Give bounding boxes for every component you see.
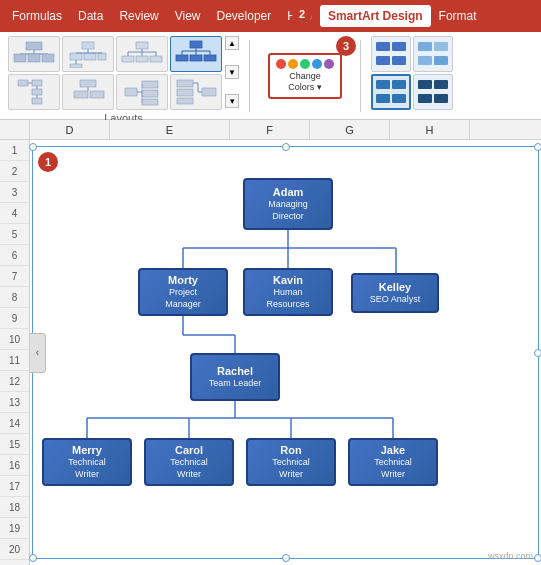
svg-rect-62 <box>418 56 432 65</box>
col-header-f[interactable]: F <box>230 120 310 139</box>
scroll-more-btn[interactable]: ▾ <box>225 94 239 108</box>
row-num-5: 5 <box>0 224 29 245</box>
layout-item-6[interactable] <box>62 74 114 110</box>
svg-rect-10 <box>98 53 106 60</box>
svg-rect-66 <box>376 94 390 103</box>
row-numbers: 1 2 3 4 5 6 7 8 9 10 11 12 13 14 15 16 1… <box>0 140 30 565</box>
svg-rect-64 <box>376 80 390 89</box>
svg-rect-49 <box>177 80 193 87</box>
svg-rect-42 <box>90 91 104 98</box>
watermark: wsxdn.com <box>488 551 533 561</box>
svg-rect-45 <box>142 81 158 88</box>
handle-br[interactable] <box>534 554 541 562</box>
svg-rect-0 <box>26 42 42 50</box>
row-num-15: 15 <box>0 434 29 455</box>
layout-item-7[interactable] <box>116 74 168 110</box>
change-colors-label: ChangeColors ▾ <box>288 71 322 93</box>
menu-data[interactable]: Data <box>70 5 111 27</box>
svg-rect-20 <box>122 56 134 62</box>
badge-smartart-design: 2 <box>292 4 312 24</box>
svg-rect-13 <box>70 64 82 68</box>
ribbon-divider-1 <box>249 40 250 112</box>
col-header-e[interactable]: E <box>110 120 230 139</box>
node-morty[interactable]: Morty Project Manager <box>138 268 228 316</box>
node-ron[interactable]: Ron Technical Writer <box>246 438 336 486</box>
row-num-1: 1 <box>0 140 29 161</box>
row-num-12: 12 <box>0 371 29 392</box>
node-merry[interactable]: Merry Technical Writer <box>42 438 132 486</box>
svg-rect-3 <box>14 54 26 62</box>
badge-change-colors: 3 <box>336 36 356 56</box>
menu-formulas[interactable]: Formulas <box>4 5 70 27</box>
svg-rect-43 <box>125 88 137 96</box>
layout-item-2[interactable] <box>62 36 114 72</box>
change-colors-button[interactable]: ChangeColors ▾ <box>268 53 342 99</box>
row-num-13: 13 <box>0 392 29 413</box>
svg-rect-29 <box>176 55 188 61</box>
row-num-7: 7 <box>0 266 29 287</box>
svg-rect-47 <box>142 99 158 105</box>
node-rachel[interactable]: Rachel Team Leader <box>190 353 280 401</box>
layout-item-3[interactable] <box>116 36 168 72</box>
layout-item-1[interactable] <box>8 36 60 72</box>
style-item-2[interactable] <box>413 36 453 72</box>
svg-rect-5 <box>42 54 54 62</box>
node-carol[interactable]: Carol Technical Writer <box>144 438 234 486</box>
change-colors-arrow: ▾ <box>317 82 322 92</box>
color-dot-blue <box>312 59 322 69</box>
svg-rect-23 <box>190 41 202 48</box>
row-num-20: 20 <box>0 539 29 560</box>
node-kavin[interactable]: Kavin Human Resources <box>243 268 333 316</box>
handle-mr[interactable] <box>534 349 541 357</box>
menu-format[interactable]: Format <box>431 5 485 27</box>
menu-bar: Formulas Data Review View Developer Help… <box>0 0 541 32</box>
handle-bm[interactable] <box>282 554 290 562</box>
row-num-14: 14 <box>0 413 29 434</box>
menu-view[interactable]: View <box>167 5 209 27</box>
svg-rect-71 <box>434 94 448 103</box>
badge-1: 1 <box>38 152 58 172</box>
style-item-4[interactable] <box>413 74 453 110</box>
svg-rect-35 <box>32 89 42 95</box>
svg-rect-32 <box>18 80 28 86</box>
style-item-3[interactable] <box>371 74 411 110</box>
handle-tr[interactable] <box>534 143 541 151</box>
color-dot-purple <box>324 59 334 69</box>
svg-rect-30 <box>190 55 202 61</box>
layouts-grid <box>8 36 222 110</box>
layout-item-5[interactable] <box>8 74 60 110</box>
layout-item-4[interactable] <box>170 36 222 72</box>
ribbon-divider-2 <box>360 40 361 112</box>
svg-rect-22 <box>150 56 162 62</box>
svg-rect-70 <box>418 94 432 103</box>
svg-rect-61 <box>434 42 448 51</box>
node-adam[interactable]: Adam Managing Director <box>243 178 333 230</box>
node-kelley[interactable]: Kelley SEO Analyst <box>351 273 439 313</box>
row-num-18: 18 <box>0 497 29 518</box>
layout-item-8[interactable] <box>170 74 222 110</box>
row-num-3: 3 <box>0 182 29 203</box>
svg-rect-4 <box>28 54 40 62</box>
expand-text-pane-button[interactable]: ‹ <box>30 333 46 373</box>
row-num-9: 9 <box>0 308 29 329</box>
row-num-10: 10 <box>0 329 29 350</box>
svg-rect-39 <box>80 80 96 87</box>
handle-tm[interactable] <box>282 143 290 151</box>
scroll-down-btn[interactable]: ▼ <box>225 65 239 79</box>
node-jake[interactable]: Jake Technical Writer <box>348 438 438 486</box>
menu-review[interactable]: Review <box>111 5 166 27</box>
menu-developer[interactable]: Developer <box>209 5 280 27</box>
svg-rect-8 <box>70 53 82 60</box>
scroll-up-btn[interactable]: ▲ <box>225 36 239 50</box>
col-header-g[interactable]: G <box>310 120 390 139</box>
row-num-2: 2 <box>0 161 29 182</box>
menu-smartart-design[interactable]: SmartArt Design <box>320 5 431 27</box>
col-header-d[interactable]: D <box>30 120 110 139</box>
handle-bl[interactable] <box>29 554 37 562</box>
style-item-1[interactable] <box>371 36 411 72</box>
handle-tl[interactable] <box>29 143 37 151</box>
row-num-6: 6 <box>0 245 29 266</box>
color-dots <box>276 59 334 69</box>
col-header-h[interactable]: H <box>390 120 470 139</box>
smartart-canvas[interactable]: 1 <box>30 140 541 565</box>
